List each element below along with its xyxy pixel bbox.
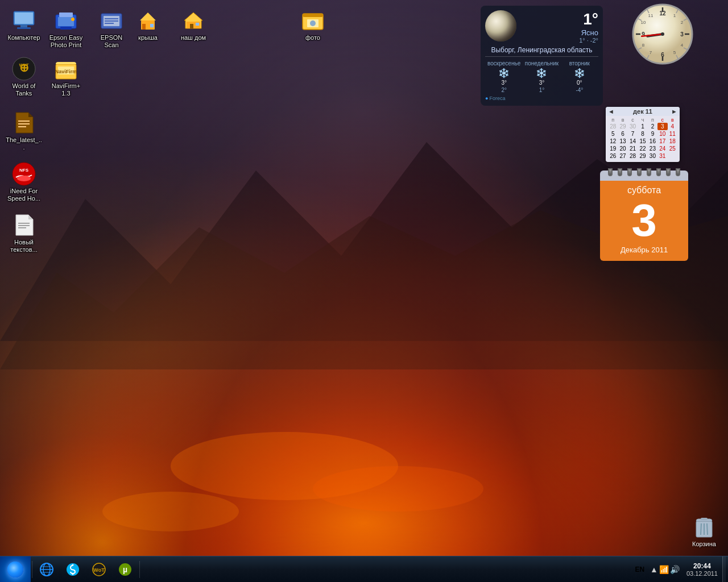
svg-rect-18: [105, 20, 118, 22]
svg-rect-26: [196, 23, 199, 26]
recycle-bin-label: Корзина: [692, 541, 716, 548]
icon-krysha[interactable]: крыша: [127, 6, 168, 44]
analog-clock: 12 3 6 9 1 2 4 5 11 10 8 7: [631, 3, 694, 65]
icon-epson-scan[interactable]: EPSON Scan: [91, 6, 132, 51]
tray-icons: ▲ 📶 🔊: [648, 565, 682, 574]
svg-rect-38: [18, 123, 30, 124]
svg-rect-17: [105, 18, 118, 19]
ring-8: [676, 168, 680, 176]
taskbar-skype-button[interactable]: [60, 556, 86, 583]
calendar-rings-area: [600, 171, 688, 181]
show-desktop-button[interactable]: [722, 556, 726, 583]
ring-6: [656, 168, 661, 176]
forecast-monday-icon: ❄️: [536, 68, 547, 78]
svg-point-4: [313, 466, 483, 512]
svg-rect-39: [18, 126, 26, 127]
svg-text:6: 6: [661, 52, 664, 58]
svg-rect-23: [150, 24, 154, 27]
forecast-tuesday: вторник ❄️ 0° -4°: [561, 60, 598, 93]
tray-language[interactable]: EN: [631, 566, 648, 573]
icon-foto[interactable]: фото: [292, 6, 333, 44]
weather-header: 1° Ясно 1° · -2°: [485, 10, 598, 44]
ring-3: [627, 168, 632, 176]
svg-text:12: 12: [659, 10, 666, 16]
calendar-monthyear: Декабрь 2011: [607, 246, 681, 254]
tray-expand-icon[interactable]: ▲: [650, 565, 658, 574]
calendar-mini-header: ◄ дек 11 ►: [606, 107, 680, 116]
icon-epson-easy[interactable]: Epson Easy Photo Print: [46, 6, 86, 51]
forecast-monday-high: 3°: [539, 80, 545, 86]
ring-1: [608, 168, 613, 176]
icon-nash-dom[interactable]: наш дом: [173, 6, 214, 44]
icon-navifirm[interactable]: NaviFirm NaviFirm+ 1.3: [46, 54, 86, 99]
svg-rect-44: [18, 225, 30, 226]
weather-desc: Ясно: [579, 28, 598, 37]
svg-rect-9: [17, 27, 31, 29]
calendar-mini-grid: п в с ч п с в 28 29 30 1 2 3 4 5 6 7 8 9…: [606, 116, 680, 162]
svg-rect-13: [60, 27, 72, 30]
tray-volume-icon[interactable]: 🔊: [670, 565, 680, 574]
calendar-day: 3: [607, 198, 681, 243]
taskbar-wot-button[interactable]: WoT: [86, 556, 112, 583]
svg-rect-45: [18, 227, 26, 228]
svg-text:NaviFirm: NaviFirm: [55, 69, 77, 74]
weather-forecast: воскресенье ❄️ 3° 2° понедельник ❄️ 3° 1…: [485, 56, 598, 93]
svg-text:4: 4: [681, 43, 684, 48]
system-tray: EN ▲ 📶 🔊 20:44 03.12.2011: [631, 556, 728, 583]
tray-time: 20:44: [686, 562, 718, 570]
svg-line-76: [707, 523, 708, 535]
start-button[interactable]: [0, 556, 31, 583]
svg-point-83: [72, 564, 74, 566]
recycle-bin-icon: [692, 514, 717, 539]
svg-point-30: [310, 20, 316, 26]
svg-text:µ: µ: [123, 565, 127, 574]
forecast-tuesday-name: вторник: [569, 60, 590, 66]
svg-rect-25: [190, 24, 193, 28]
svg-line-74: [701, 523, 701, 535]
forecast-tuesday-low: -4°: [576, 87, 583, 93]
ring-5: [647, 168, 651, 176]
svg-text:7: 7: [650, 50, 652, 55]
svg-point-71: [661, 32, 664, 36]
forecast-tuesday-high: 0°: [577, 80, 582, 86]
tray-network-icon[interactable]: 📶: [659, 565, 669, 574]
forecast-sunday-high: 3°: [501, 80, 507, 86]
windows-pearl: [7, 562, 23, 577]
taskbar-utorrent-button[interactable]: µ: [112, 556, 138, 583]
svg-point-5: [102, 492, 239, 531]
icon-latest[interactable]: The_latest_...: [3, 108, 44, 153]
calendar-rings: [600, 168, 688, 176]
svg-rect-43: [18, 223, 30, 224]
svg-text:WoT: WoT: [19, 63, 28, 68]
forecast-monday-low: 1°: [539, 87, 545, 93]
svg-rect-12: [59, 13, 73, 17]
forecast-sunday-icon: ❄️: [498, 68, 510, 78]
recycle-bin[interactable]: Корзина: [692, 514, 717, 548]
svg-rect-7: [15, 13, 33, 24]
tray-clock[interactable]: 20:44 03.12.2011: [682, 562, 722, 577]
svg-text:8: 8: [642, 43, 645, 48]
icon-nfs[interactable]: NFS iNeed For Speed Ho...: [3, 159, 44, 205]
calendar-next-button[interactable]: ►: [671, 108, 677, 115]
calendar-prev-button[interactable]: ◄: [608, 108, 614, 115]
icon-computer[interactable]: Компьютер: [3, 6, 44, 44]
foreca-label: Foreca: [489, 95, 505, 101]
weather-location: Выборг, Ленинградская область: [485, 46, 598, 54]
svg-point-14: [71, 18, 75, 21]
weather-widget: 1° Ясно 1° · -2° Выборг, Ленинградская о…: [481, 6, 603, 106]
icon-newtxt[interactable]: Новый текстов...: [3, 210, 44, 256]
calendar-mini: ◄ дек 11 ► п в с ч п с в 28 29 30 1 2 3 …: [606, 107, 680, 162]
forecast-sunday: воскресенье ❄️ 3° 2°: [485, 60, 523, 93]
foreca-circle: ●: [485, 95, 488, 101]
icon-wot[interactable]: ⊕ WoT World of Tanks: [3, 54, 44, 99]
taskbar-ie-button[interactable]: [34, 556, 60, 583]
weather-footer: ● Foreca: [485, 95, 598, 101]
svg-point-84: [72, 573, 74, 575]
taskbar-sep-1: [32, 561, 32, 578]
svg-text:10: 10: [641, 20, 646, 25]
moon-image: [485, 10, 516, 41]
svg-rect-37: [18, 120, 30, 122]
svg-rect-28: [303, 14, 323, 17]
svg-rect-22: [142, 24, 146, 30]
forecast-monday-name: понедельник: [525, 60, 559, 66]
